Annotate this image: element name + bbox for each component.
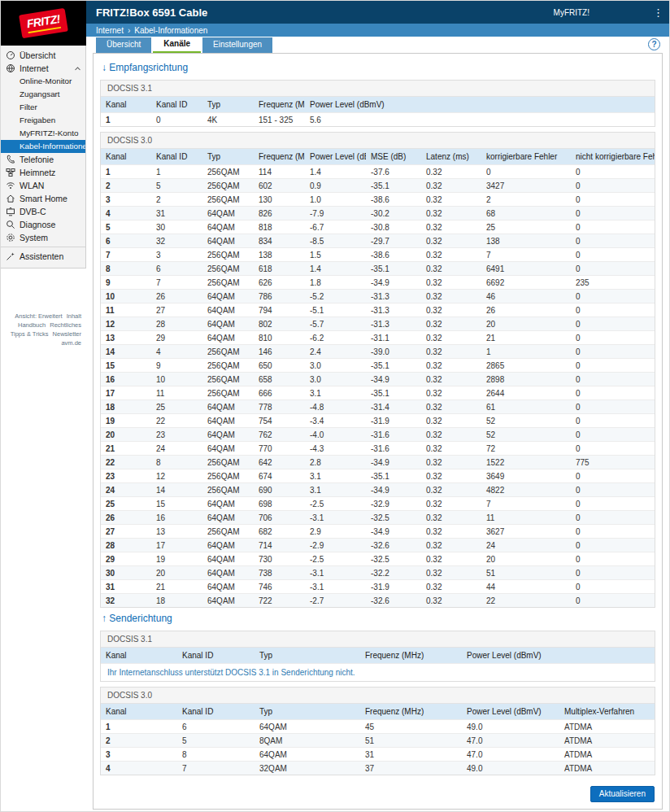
table-cell: ATDMA <box>559 734 655 748</box>
table-cell: 2865 <box>481 359 571 373</box>
table-cell: 64QAM <box>202 539 254 552</box>
table-cell: -2.7 <box>305 594 366 608</box>
table-row: 63264QAM834-8.5-29.70.321380 <box>101 234 655 248</box>
table-cell: 68 <box>481 207 571 220</box>
table-cell: -31.3 <box>366 290 421 303</box>
table-row: 228256QAM6422.8-34.90.321522775 <box>101 456 655 469</box>
table-cell: 618 <box>254 262 305 276</box>
table-cell: 49.0 <box>462 762 559 775</box>
table-cell: 256QAM <box>202 525 254 539</box>
column-header: Power Level (dBmV) <box>305 97 655 113</box>
table-cell: 52 <box>481 428 571 442</box>
help-button[interactable]: ? <box>648 38 660 50</box>
table-row: 104K151 - 3255.6 <box>101 113 655 127</box>
table-cell: 0 <box>571 400 655 414</box>
table-cell: 5 <box>177 734 255 748</box>
sidebar-item-heimnetz[interactable]: Heimnetz <box>1 166 85 179</box>
table-cell: 722 <box>254 594 305 608</box>
tab-kanaele[interactable]: Kanäle <box>153 37 201 53</box>
table-cell: 31 <box>360 748 462 762</box>
breadcrumb-section[interactable]: Internet <box>96 26 124 35</box>
table-cell: 256QAM <box>202 359 254 373</box>
sidebar-footer-link[interactable]: Newsletter <box>53 330 81 338</box>
table-cell: 7 <box>151 276 202 290</box>
table-row: 261664QAM706-3.1-32.50.32110 <box>101 511 655 525</box>
table-cell: 0.9 <box>305 179 366 193</box>
table-cell: 14 <box>101 345 151 359</box>
table-cell: 786 <box>254 290 305 303</box>
table-cell: 0 <box>571 193 655 207</box>
table-cell: -30.8 <box>366 220 421 234</box>
table-cell: 20 <box>481 317 571 331</box>
sidebar-item-uebersicht[interactable]: Übersicht <box>1 49 85 62</box>
sidebar-item-diagnose[interactable]: Diagnose <box>1 218 85 231</box>
table-cell: 16 <box>101 373 151 386</box>
table-cell: 8 <box>101 262 151 276</box>
upstream-heading: ↑ Senderichtung <box>102 613 654 624</box>
table-cell: ATDMA <box>559 720 655 734</box>
table-cell: 256QAM <box>202 179 254 193</box>
sidebar-footer-link[interactable]: Rechtliches <box>50 321 81 329</box>
sidebar-item-system[interactable]: System <box>1 231 85 244</box>
sidebar-item-wlan[interactable]: WLAN <box>1 179 85 192</box>
column-header: Frequenz (MHz) <box>254 97 305 113</box>
table-cell: 810 <box>254 331 305 345</box>
sidebar-footer-link[interactable]: Inhalt <box>67 312 81 320</box>
sidebar-item-dvb-c[interactable]: DVB-C <box>1 205 85 218</box>
column-header: Kanal <box>101 97 151 113</box>
table-cell: 6 <box>151 262 202 276</box>
column-header: nicht korrigierbare Fehler <box>571 149 655 165</box>
table-cell: -35.1 <box>366 386 421 400</box>
sidebar-subitem-online-monitor[interactable]: Online-Monitor <box>1 75 85 88</box>
sidebar-footer-link[interactable]: Tipps & Tricks <box>11 330 49 338</box>
table-cell: 17 <box>101 386 151 400</box>
table-cell: 0.32 <box>421 456 481 469</box>
table-cell: 21 <box>481 331 571 345</box>
table-cell: -38.6 <box>366 248 421 262</box>
tab-uebersicht[interactable]: Übersicht <box>96 37 151 53</box>
table-row: 25256QAM6020.9-35.10.3234270 <box>101 179 655 193</box>
sidebar-subitem-myfritz-konto[interactable]: MyFRITZ!-Konto <box>1 127 85 140</box>
table-cell: 0 <box>571 566 655 580</box>
sidebar-item-smart-home[interactable]: Smart Home <box>1 192 85 205</box>
table-cell: 698 <box>254 497 305 511</box>
table-cell: 45 <box>360 720 462 734</box>
refresh-button[interactable]: Aktualisieren <box>590 786 655 802</box>
column-header: Power Level (dBmV) <box>462 704 559 720</box>
table-row: 102664QAM786-5.2-31.30.32460 <box>101 290 655 303</box>
sidebar-item-assistenten[interactable]: Assistenten <box>1 250 85 263</box>
table-cell: 3627 <box>481 525 571 539</box>
table-cell: 5 <box>151 179 202 193</box>
table-cell: 9 <box>101 276 151 290</box>
table-cell: 13 <box>101 331 151 345</box>
sidebar-footer-link[interactable]: Ansicht: Erweitert <box>15 312 62 320</box>
table-cell: 682 <box>254 525 305 539</box>
table-cell: 0 <box>571 331 655 345</box>
sidebar-subitem-kabel-informationen[interactable]: Kabel-Informationen <box>1 140 85 153</box>
docsis30-upstream-group: DOCSIS 3.0 KanalKanal IDTypFrequenz (MHz… <box>100 687 655 775</box>
table-cell: 0 <box>481 165 571 179</box>
table-cell: 690 <box>254 483 305 497</box>
sidebar-footer-link[interactable]: avm.de <box>61 339 81 347</box>
sidebar-item-internet[interactable]: Internet <box>1 62 85 75</box>
sidebar-item-telefonie[interactable]: Telefonie <box>1 153 85 166</box>
table-row: 86256QAM6181.4-35.10.3264910 <box>101 262 655 276</box>
sidebar-subitem-zugangsart[interactable]: Zugangsart <box>1 88 85 101</box>
sidebar-item-label: Heimnetz <box>20 168 55 177</box>
column-header: Kanal <box>101 149 151 165</box>
myfritz-link[interactable]: MyFRITZ! <box>554 8 590 17</box>
table-cell: 0 <box>571 317 655 331</box>
docsis30-upstream-table: KanalKanal IDTypFrequenz (MHz)Power Leve… <box>101 704 655 775</box>
table-cell: 0 <box>571 165 655 179</box>
table-cell: 24 <box>101 483 151 497</box>
fritz-logo[interactable]: FRITZ! <box>1 1 86 46</box>
table-cell: ATDMA <box>559 762 655 775</box>
tab-einstellungen[interactable]: Einstellungen <box>202 37 272 53</box>
overflow-menu-icon[interactable]: ⋮ <box>653 7 663 19</box>
sidebar-footer-link[interactable]: Handbuch <box>18 321 46 329</box>
table-cell: -31.4 <box>366 400 421 414</box>
column-header: Latenz (ms) <box>421 149 481 165</box>
table-cell: -32.6 <box>366 594 421 608</box>
sidebar-subitem-freigaben[interactable]: Freigaben <box>1 114 85 127</box>
sidebar-subitem-filter[interactable]: Filter <box>1 101 85 114</box>
